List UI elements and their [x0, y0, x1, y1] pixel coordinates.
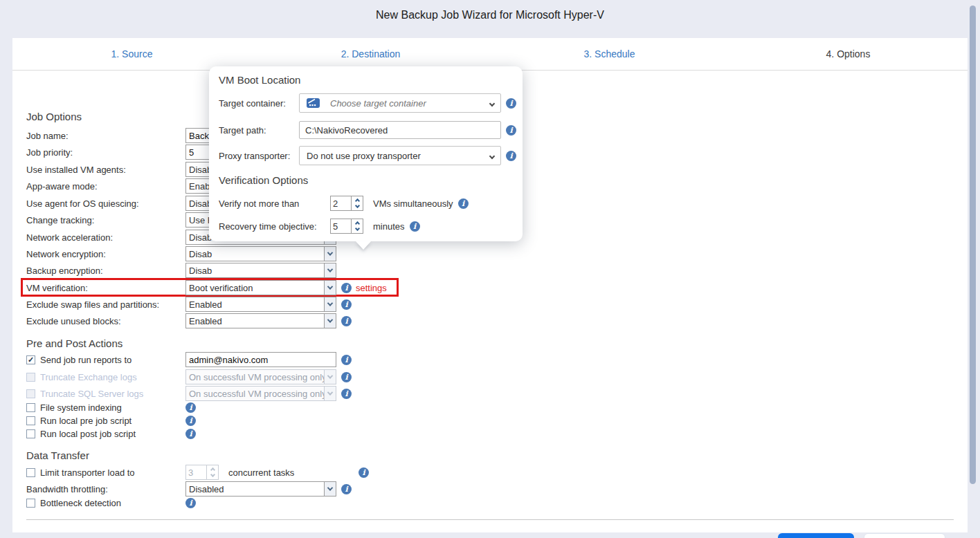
info-icon[interactable] [458, 198, 469, 209]
vm-verification-label: VM verification: [26, 283, 185, 293]
chevron-down-icon [324, 247, 336, 261]
info-icon[interactable] [185, 402, 196, 413]
chevron-down-icon [489, 101, 495, 106]
network-acceleration-label: Network acceleration: [26, 232, 185, 243]
tab-destination[interactable]: 2. Destination [251, 48, 490, 59]
proxy-transporter-label: Proxy transporter: [219, 151, 299, 161]
info-icon[interactable] [341, 283, 352, 293]
exclude-unused-label: Exclude unused blocks: [26, 316, 185, 326]
info-icon[interactable] [341, 372, 352, 382]
concurrent-tasks-spinner [185, 465, 219, 480]
fs-indexing-label: File system indexing [40, 402, 122, 413]
info-icon[interactable] [506, 98, 516, 109]
info-icon[interactable] [185, 416, 196, 426]
info-icon[interactable] [359, 467, 369, 478]
change-tracking-label: Change tracking: [26, 215, 185, 225]
verification-options-title: Verification Options [219, 174, 308, 186]
pre-script-checkbox[interactable] [26, 416, 35, 425]
truncate-sql-label: Truncate SQL Server logs [40, 389, 143, 399]
chevron-down-icon [324, 281, 336, 295]
proxy-transporter-select[interactable]: Do not use proxy transporter [299, 146, 501, 165]
truncate-sql-select: On successful VM processing only [185, 386, 336, 401]
network-encryption-label: Network encryption: [26, 249, 185, 259]
vm-agents-label: Use installed VM agents: [26, 165, 185, 175]
finish-and-run-button[interactable]: Finish & Run [864, 533, 945, 538]
proxy-transporter-value: Do not use proxy transporter [307, 151, 421, 161]
backup-encryption-select[interactable]: Disab [185, 263, 336, 278]
info-icon[interactable] [341, 389, 352, 399]
target-container-label: Target container: [219, 98, 299, 109]
truncate-exchange-label: Truncate Exchange logs [40, 372, 137, 382]
window-titlebar: New Backup Job Wizard for Microsoft Hype… [0, 0, 980, 38]
vm-verification-select[interactable]: Boot verification [185, 280, 336, 295]
info-icon[interactable] [341, 484, 352, 494]
popup-title: VM Boot Location [219, 74, 300, 86]
info-icon[interactable] [506, 125, 516, 136]
tab-schedule[interactable]: 3. Schedule [490, 48, 729, 59]
network-encryption-select[interactable]: Disab [185, 246, 336, 261]
verify-count-suffix: VMs simultaneously [373, 198, 453, 209]
info-icon[interactable] [410, 221, 420, 232]
truncate-sql-checkbox[interactable] [26, 389, 35, 398]
verify-count-spinner[interactable] [330, 196, 363, 211]
vm-verification-settings-link[interactable]: settings [356, 283, 387, 293]
report-email-input[interactable] [185, 352, 336, 367]
limit-load-label: Limit transporter load to [40, 467, 135, 478]
chevron-down-icon [489, 154, 495, 159]
target-path-input[interactable] [299, 121, 501, 139]
spinner-arrows-icon[interactable] [351, 196, 363, 210]
exclude-swap-select[interactable]: Enabled [185, 297, 336, 312]
chevron-down-icon [324, 297, 336, 311]
spinner-arrows-icon[interactable] [351, 219, 363, 233]
window-title: New Backup Job Wizard for Microsoft Hype… [376, 9, 604, 21]
send-reports-checkbox[interactable] [26, 355, 35, 364]
target-path-label: Target path: [219, 125, 299, 136]
footer-divider [26, 519, 954, 520]
vertical-scrollbar[interactable] [970, 6, 976, 484]
os-quiescing-label: Use agent for OS quiescing: [26, 198, 185, 209]
chevron-down-icon [324, 387, 336, 400]
footer-actions: Cancel Finish Finish & Run [729, 532, 945, 538]
limit-load-checkbox[interactable] [26, 468, 35, 477]
bottleneck-checkbox[interactable] [26, 499, 35, 508]
post-script-label: Run local post job script [40, 429, 136, 439]
spinner-arrows-icon [206, 465, 218, 479]
info-icon[interactable] [341, 355, 352, 365]
verify-count-label: Verify not more than [219, 198, 330, 209]
rto-label: Recovery time objective: [219, 221, 330, 232]
truncate-exchange-checkbox[interactable] [26, 373, 35, 382]
rto-spinner[interactable] [330, 219, 363, 234]
chevron-down-icon [324, 370, 336, 384]
backup-encryption-label: Backup encryption: [26, 266, 185, 276]
chevron-down-icon [324, 263, 336, 277]
job-priority-label: Job priority: [26, 147, 185, 158]
job-name-label: Job name: [26, 131, 185, 141]
tab-options[interactable]: 4. Options [729, 48, 968, 59]
send-reports-label: Send job run reports to [40, 355, 131, 365]
bottleneck-label: Bottleneck detection [40, 498, 121, 508]
pre-script-label: Run local pre job script [40, 416, 131, 426]
info-icon[interactable] [185, 429, 196, 439]
bandwidth-select[interactable]: Disabled [185, 481, 336, 497]
finish-button[interactable]: Finish [778, 533, 854, 538]
truncate-exchange-select: On successful VM processing only [185, 369, 336, 384]
info-icon[interactable] [506, 151, 516, 161]
target-container-select[interactable]: Choose target container [299, 93, 501, 113]
exclude-unused-select[interactable]: Enabled [185, 313, 336, 328]
tab-source[interactable]: 1. Source [12, 48, 251, 59]
container-icon [307, 98, 322, 109]
fs-indexing-checkbox[interactable] [26, 403, 35, 412]
chevron-down-icon [324, 482, 336, 496]
vm-boot-location-popup: VM Boot Location Target container: Choos… [209, 66, 523, 241]
info-icon[interactable] [185, 498, 196, 508]
section-job-options: Job Options [26, 111, 82, 122]
wizard-steps: 1. Source 2. Destination 3. Schedule 4. … [12, 38, 968, 71]
section-data-transfer: Data Transfer [26, 449, 89, 461]
section-pre-post: Pre and Post Actions [26, 337, 122, 349]
info-icon[interactable] [341, 316, 352, 326]
concurrent-tasks-suffix: concurrent tasks [228, 467, 294, 478]
post-script-checkbox[interactable] [26, 429, 35, 438]
info-icon[interactable] [341, 299, 352, 310]
app-aware-label: App-aware mode: [26, 181, 185, 192]
rto-suffix: minutes [373, 221, 405, 232]
